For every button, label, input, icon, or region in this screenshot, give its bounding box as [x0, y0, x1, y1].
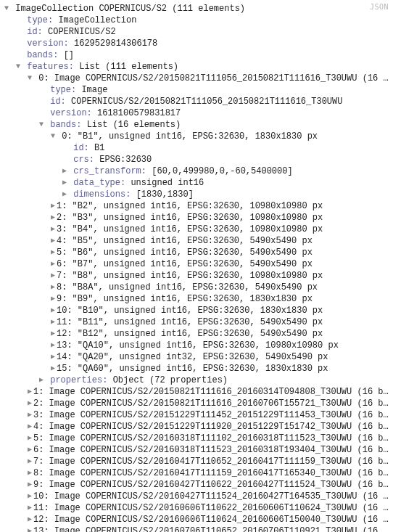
band-title: 11: "B11", unsigned int16, EPSG:32630, 5… [57, 317, 323, 327]
feature-title: 12: Image COPERNICUS/S2/20160606T110624_… [33, 515, 389, 525]
chevron-right-icon[interactable] [26, 386, 33, 398]
chevron-right-icon[interactable] [49, 224, 57, 235]
chevron-right-icon[interactable] [49, 247, 57, 258]
band-title: 12: "B12", unsigned int16, EPSG:32630, 5… [57, 329, 323, 339]
feature-1[interactable]: 1: Image COPERNICUS/S2/20150821T111616_2… [3, 386, 393, 398]
chevron-right-icon[interactable] [49, 235, 57, 247]
json-button[interactable]: JSON [370, 3, 389, 11]
chevron-right-icon[interactable] [26, 479, 33, 491]
feature-0-properties[interactable]: properties: Object (72 properties) [3, 375, 393, 386]
chevron-right-icon[interactable] [49, 200, 57, 212]
feature-0-title: 0: Image COPERNICUS/S2/20150821T111056_2… [38, 73, 393, 83]
band-15[interactable]: 15: "QA60", unsigned int16, EPSG:32630, … [3, 363, 393, 375]
feature-title: 6: Image COPERNICUS/S2/20160318T111523_2… [33, 445, 389, 455]
feature-11[interactable]: 11: Image COPERNICUS/S2/20160606T110622_… [3, 502, 393, 514]
band-0-crs-transform[interactable]: crs_transform: [60,0,499980,0,-60,540000… [3, 165, 393, 177]
chevron-right-icon[interactable] [61, 189, 68, 200]
band-10[interactable]: 10: "B10", unsigned int16, EPSG:32630, 1… [3, 305, 393, 316]
band-title: 13: "QA10", unsigned int16, EPSG:32630, … [57, 340, 339, 351]
feature-2[interactable]: 2: Image COPERNICUS/S2/20150821T111616_2… [3, 398, 393, 409]
chevron-right-icon[interactable] [26, 456, 33, 467]
band-9[interactable]: 9: "B9", unsigned int16, EPSG:32630, 183… [3, 293, 393, 305]
chevron-right-icon[interactable] [26, 409, 33, 421]
feature-8[interactable]: 8: Image COPERNICUS/S2/20160417T111159_2… [3, 467, 393, 479]
feature-title: 10: Image COPERNICUS/S2/20160427T111524_… [33, 491, 389, 502]
feature-title: 8: Image COPERNICUS/S2/20160417T111159_2… [33, 468, 389, 478]
band-title: 9: "B9", unsigned int16, EPSG:32630, 183… [57, 294, 313, 304]
chevron-right-icon[interactable] [26, 491, 33, 502]
feature-4[interactable]: 4: Image COPERNICUS/S2/20151229T111920_2… [3, 421, 393, 433]
band-title: 2: "B3", unsigned int16, EPSG:32630, 109… [57, 213, 323, 223]
chevron-right-icon[interactable] [49, 293, 57, 305]
chevron-right-icon[interactable] [26, 433, 33, 444]
band-12[interactable]: 12: "B12", unsigned int16, EPSG:32630, 5… [3, 328, 393, 340]
feature-7[interactable]: 7: Image COPERNICUS/S2/20160417T110652_2… [3, 456, 393, 467]
band-1[interactable]: 1: "B2", unsigned int16, EPSG:32630, 109… [3, 200, 393, 212]
band-6[interactable]: 6: "B7", unsigned int16, EPSG:32630, 549… [3, 258, 393, 270]
feature-0-type: type: Image [3, 84, 393, 96]
band-5[interactable]: 5: "B6", unsigned int16, EPSG:32630, 549… [3, 247, 393, 258]
feature-title: 4: Image COPERNICUS/S2/20151229T111920_2… [33, 422, 389, 432]
band-0-title: 0: "B1", unsigned int16, EPSG:32630, 183… [62, 131, 318, 142]
chevron-right-icon[interactable] [49, 351, 57, 363]
band-0-data-type[interactable]: data_type: unsigned int16 [3, 177, 393, 189]
band-11[interactable]: 11: "B11", unsigned int16, EPSG:32630, 5… [3, 316, 393, 328]
chevron-right-icon[interactable] [26, 398, 33, 409]
feature-12[interactable]: 12: Image COPERNICUS/S2/20160606T110624_… [3, 514, 393, 525]
chevron-right-icon[interactable] [61, 165, 68, 177]
chevron-down-icon[interactable] [49, 131, 57, 142]
feature-0-bands[interactable]: bands: List (16 elements) [3, 119, 393, 131]
chevron-right-icon[interactable] [49, 270, 57, 282]
band-0-dimensions[interactable]: dimensions: [1830,1830] [3, 189, 393, 200]
chevron-right-icon[interactable] [26, 525, 33, 532]
chevron-right-icon[interactable] [26, 502, 33, 514]
chevron-right-icon[interactable] [26, 444, 33, 456]
chevron-right-icon[interactable] [26, 514, 33, 525]
chevron-right-icon[interactable] [49, 363, 57, 375]
feature-10[interactable]: 10: Image COPERNICUS/S2/20160427T111524_… [3, 491, 393, 502]
band-title: 4: "B5", unsigned int16, EPSG:32630, 549… [57, 236, 313, 246]
band-title: 15: "QA60", unsigned int16, EPSG:32630, … [57, 364, 328, 374]
chevron-right-icon[interactable] [49, 316, 57, 328]
chevron-right-icon[interactable] [49, 340, 57, 351]
root-id: id: COPERNICUS/S2 [3, 26, 393, 38]
feature-0[interactable]: 0: Image COPERNICUS/S2/20150821T111056_2… [3, 73, 393, 84]
band-2[interactable]: 2: "B3", unsigned int16, EPSG:32630, 109… [3, 212, 393, 224]
band-title: 10: "B10", unsigned int16, EPSG:32630, 1… [57, 306, 323, 316]
feature-5[interactable]: 5: Image COPERNICUS/S2/20160318T111102_2… [3, 433, 393, 444]
feature-6[interactable]: 6: Image COPERNICUS/S2/20160318T111523_2… [3, 444, 393, 456]
band-7[interactable]: 7: "B8", unsigned int16, EPSG:32630, 109… [3, 270, 393, 282]
root-node[interactable]: ImageCollection COPERNICUS/S2 (111 eleme… [3, 3, 393, 15]
chevron-right-icon[interactable] [38, 375, 45, 386]
feature-3[interactable]: 3: Image COPERNICUS/S2/20151229T111452_2… [3, 409, 393, 421]
feature-title: 13: Image COPERNICUS/S2/20160706T110652_… [33, 526, 389, 532]
chevron-right-icon[interactable] [49, 305, 57, 316]
chevron-right-icon[interactable] [49, 212, 57, 224]
chevron-right-icon[interactable] [49, 282, 57, 293]
feature-0-version: version: 1618100579831817 [3, 107, 393, 119]
feature-13[interactable]: 13: Image COPERNICUS/S2/20160706T110652_… [3, 525, 393, 532]
chevron-down-icon[interactable] [38, 119, 45, 131]
feature-9[interactable]: 9: Image COPERNICUS/S2/20160427T110622_2… [3, 479, 393, 491]
chevron-right-icon[interactable] [26, 467, 33, 479]
chevron-right-icon[interactable] [26, 421, 33, 433]
band-13[interactable]: 13: "QA10", unsigned int16, EPSG:32630, … [3, 340, 393, 351]
feature-title: 2: Image COPERNICUS/S2/20150821T111616_2… [33, 398, 389, 409]
band-title: 14: "QA20", unsigned int32, EPSG:32630, … [57, 352, 328, 362]
root-features[interactable]: features: List (111 elements) [3, 61, 393, 73]
chevron-down-icon[interactable] [26, 73, 33, 84]
band-title: 3: "B4", unsigned int16, EPSG:32630, 109… [57, 224, 323, 234]
chevron-down-icon[interactable] [3, 3, 10, 15]
feature-title: 7: Image COPERNICUS/S2/20160417T110652_2… [33, 457, 389, 467]
chevron-right-icon[interactable] [49, 328, 57, 340]
band-0[interactable]: 0: "B1", unsigned int16, EPSG:32630, 183… [3, 131, 393, 142]
chevron-down-icon[interactable] [15, 61, 22, 73]
band-14[interactable]: 14: "QA20", unsigned int32, EPSG:32630, … [3, 351, 393, 363]
chevron-right-icon[interactable] [61, 177, 68, 189]
band-0-id: id: B1 [3, 142, 393, 154]
band-4[interactable]: 4: "B5", unsigned int16, EPSG:32630, 549… [3, 235, 393, 247]
chevron-right-icon[interactable] [49, 258, 57, 270]
band-8[interactable]: 8: "B8A", unsigned int16, EPSG:32630, 54… [3, 282, 393, 293]
band-3[interactable]: 3: "B4", unsigned int16, EPSG:32630, 109… [3, 224, 393, 235]
feature-title: 3: Image COPERNICUS/S2/20151229T111452_2… [33, 410, 389, 420]
